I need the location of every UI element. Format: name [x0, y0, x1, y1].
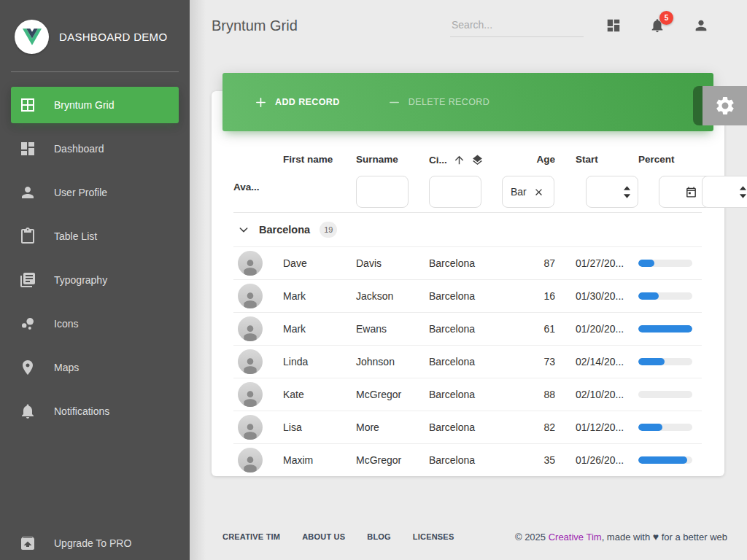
- gear-icon: [714, 95, 736, 117]
- table-row[interactable]: Dave Davis Barcelona 87 01/27/20...: [233, 246, 702, 279]
- filter-surname-input[interactable]: [430, 186, 481, 198]
- notification-badge: 5: [659, 11, 673, 25]
- percent-bar: [638, 456, 692, 464]
- brand[interactable]: DASHBOARD DEMO: [0, 0, 190, 71]
- search-input[interactable]: [450, 15, 584, 37]
- table-row[interactable]: Maxim McGregor Barcelona 35 01/26/20...: [233, 443, 702, 476]
- filter-city-value[interactable]: Bar: [503, 186, 527, 198]
- creative-tim-link[interactable]: Creative Tim: [549, 532, 602, 542]
- sidebar-nav: Bryntum Grid Dashboard User Profile Tabl…: [0, 87, 190, 429]
- cell-age: 87: [502, 257, 555, 269]
- notifications-bell-icon[interactable]: 5: [649, 18, 665, 34]
- group-row-barcelona[interactable]: Barcelona 19: [233, 212, 702, 246]
- cell-first-name: Mark: [283, 323, 356, 335]
- sidebar-item-label: Table List: [54, 230, 97, 242]
- vue-logo-icon: [15, 20, 49, 54]
- footer-link-about-us[interactable]: ABOUT US: [302, 532, 345, 541]
- cell-surname: Jackson: [356, 290, 429, 302]
- sidebar-item-typography[interactable]: Typography: [11, 262, 179, 298]
- column-header-percent[interactable]: Percent: [638, 142, 702, 165]
- unarchive-icon: [19, 534, 36, 552]
- cell-age: 61: [502, 323, 555, 335]
- main-area: Bryntum Grid 5 Ava... First name Surn: [190, 0, 747, 560]
- grid-card: Ava... First name Surname Ci... Age Star…: [212, 91, 724, 476]
- dashboard-shortcut-icon[interactable]: [605, 18, 622, 34]
- delete-record-button[interactable]: DELETE RECORD: [388, 96, 489, 109]
- cell-start-date: 01/30/20...: [555, 290, 638, 302]
- table-row[interactable]: Mark Jackson Barcelona 16 01/30/20...: [233, 279, 702, 312]
- footer: CREATIVE TIM ABOUT US BLOG LICENSES © 20…: [212, 518, 747, 560]
- sidebar-item-label: Bryntum Grid: [54, 99, 114, 111]
- chevron-down-icon[interactable]: [238, 224, 249, 236]
- cell-surname: Johnson: [356, 356, 429, 368]
- cell-first-name: Lisa: [283, 421, 356, 433]
- avatar: [238, 316, 263, 341]
- cell-start-date: 02/14/20...: [555, 356, 638, 368]
- cell-start-date: 01/27/20...: [555, 257, 638, 269]
- settings-gear-button[interactable]: [703, 86, 747, 125]
- cell-city: Barcelona: [429, 454, 502, 466]
- grid-toolbar: ADD RECORD DELETE RECORD: [222, 73, 713, 131]
- column-header-age[interactable]: Age: [502, 142, 555, 165]
- filter-first-name: [356, 170, 429, 208]
- typography-icon: [19, 271, 36, 289]
- profile-person-icon[interactable]: [693, 18, 709, 34]
- sort-ascending-icon: [453, 154, 465, 166]
- avatar: [238, 382, 263, 407]
- cell-city: Barcelona: [429, 290, 502, 302]
- table-row[interactable]: Linda Johnson Barcelona 73 02/14/20...: [233, 345, 702, 378]
- percent-bar: [638, 260, 692, 267]
- step-up-icon[interactable]: [623, 185, 631, 190]
- column-header-avatar[interactable]: Ava...: [233, 163, 283, 192]
- sidebar-item-user-profile[interactable]: User Profile: [11, 174, 179, 211]
- sidebar-item-label: Notifications: [54, 405, 109, 417]
- sidebar-item-table-list[interactable]: Table List: [11, 218, 179, 254]
- add-record-button[interactable]: ADD RECORD: [255, 96, 340, 109]
- filter-first-name-input[interactable]: [357, 186, 408, 198]
- copyright-text: © 2025 Creative Tim, made with ♥ for a b…: [515, 531, 727, 542]
- sidebar-item-label: Dashboard: [54, 143, 104, 155]
- filter-start: [638, 170, 702, 208]
- percent-bar: [638, 424, 692, 431]
- step-up-icon[interactable]: [739, 185, 747, 190]
- percent-bar: [638, 325, 692, 332]
- footer-link-blog[interactable]: BLOG: [367, 532, 391, 541]
- heart-icon: ♥: [653, 531, 659, 542]
- page-title: Bryntum Grid: [212, 18, 298, 34]
- column-header-first-name[interactable]: First name: [283, 142, 356, 165]
- percent-bar: [638, 358, 692, 365]
- sidebar-item-notifications[interactable]: Notifications: [11, 393, 179, 429]
- cell-first-name: Kate: [283, 389, 356, 400]
- percent-number-field[interactable]: [702, 176, 747, 208]
- grid-header: Ava... First name Surname Ci... Age Star…: [233, 142, 702, 212]
- clear-filter-icon[interactable]: [533, 187, 544, 198]
- sidebar-item-upgrade-to-pro[interactable]: Upgrade To PRO: [11, 525, 179, 560]
- sidebar-item-maps[interactable]: Maps: [11, 349, 179, 386]
- sidebar-divider: [11, 71, 179, 72]
- footer-link-licenses[interactable]: LICENSES: [413, 532, 454, 541]
- avatar: [238, 349, 263, 374]
- sidebar-item-dashboard[interactable]: Dashboard: [11, 131, 179, 167]
- table-row[interactable]: Kate McGregor Barcelona 88 02/10/20...: [233, 378, 702, 411]
- bubble-chart-icon: [19, 315, 36, 332]
- cell-first-name: Maxim: [283, 454, 356, 466]
- step-down-icon[interactable]: [623, 194, 631, 199]
- table-row[interactable]: Mark Ewans Barcelona 61 01/20/20...: [233, 312, 702, 345]
- cell-age: 82: [502, 421, 555, 433]
- footer-link-creative-tim[interactable]: CREATIVE TIM: [222, 532, 280, 541]
- step-down-icon[interactable]: [739, 194, 747, 199]
- table-row[interactable]: Lisa More Barcelona 82 01/12/20...: [233, 411, 702, 443]
- avatar: [238, 448, 263, 472]
- column-header-start[interactable]: Start: [555, 142, 638, 165]
- sidebar-item-bryntum-grid[interactable]: Bryntum Grid: [11, 87, 179, 123]
- column-header-city[interactable]: Ci...: [429, 142, 502, 166]
- age-number-field[interactable]: [586, 176, 638, 208]
- avatar: [238, 251, 263, 276]
- group-layers-icon: [471, 154, 484, 166]
- calendar-icon[interactable]: [685, 186, 697, 198]
- percent-bar: [638, 292, 692, 300]
- column-header-surname[interactable]: Surname: [356, 142, 429, 165]
- avatar: [238, 284, 263, 308]
- sidebar-item-icons[interactable]: Icons: [11, 306, 179, 342]
- sidebar-item-label: Upgrade To PRO: [54, 537, 131, 549]
